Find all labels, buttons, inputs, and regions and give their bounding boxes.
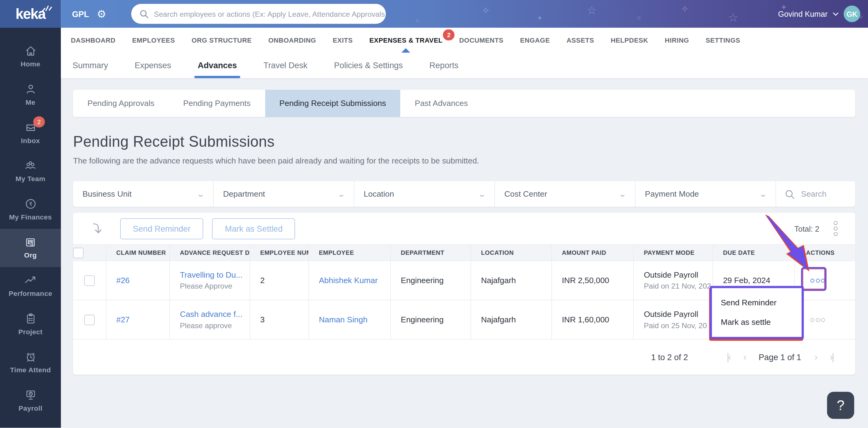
advance-request-cell: Travelling to Du... Please Approve (170, 261, 250, 300)
last-page-icon[interactable]: ›| (830, 351, 833, 363)
gear-icon[interactable]: ⚙ (97, 8, 106, 20)
context-menu-mark-as-settle[interactable]: Mark as settle (721, 317, 802, 326)
tab-past-advances[interactable]: Past Advances (401, 90, 483, 117)
download-arrow-icon[interactable] (92, 223, 103, 235)
filter-department[interactable]: Department⌄ (214, 181, 354, 207)
header-actions[interactable]: ACTIONS (795, 245, 855, 261)
table-search-input[interactable] (800, 189, 868, 199)
inbox-badge: 2 (33, 116, 45, 127)
row-checkbox[interactable] (84, 314, 95, 325)
header-employee[interactable]: EMPLOYEE (309, 245, 391, 261)
prev-page-icon[interactable]: ‹ (743, 351, 745, 363)
filter-label: Business Unit (83, 190, 131, 198)
advance-request-link[interactable]: Cash advance f... (180, 310, 250, 318)
nav-settings[interactable]: SETTINGS (706, 36, 740, 44)
header-advance-request[interactable]: ADVANCE REQUEST DE (170, 245, 250, 261)
sidebar-item-my-finances[interactable]: ₹ My Finances (0, 191, 61, 229)
sidebar-item-payroll[interactable]: ₹ Payroll (0, 382, 61, 420)
confetti-decoration: ○ (637, 13, 641, 22)
next-page-icon[interactable]: › (814, 351, 816, 363)
filter-location[interactable]: Location⌄ (354, 181, 495, 207)
nav-employees[interactable]: EMPLOYEES (132, 36, 175, 44)
sidebar-item-time-attend[interactable]: Time Attend (0, 344, 61, 382)
subnav-advances[interactable]: Advances (198, 53, 237, 78)
subnav-policies-settings[interactable]: Policies & Settings (334, 53, 403, 78)
row-checkbox[interactable] (84, 275, 95, 286)
advance-request-link[interactable]: Travelling to Du... (180, 270, 250, 279)
chevron-down-icon: ⌄ (478, 190, 486, 198)
table-toolbar: Send Reminder Mark as Settled Total: 2 (73, 213, 855, 245)
first-page-icon[interactable]: |‹ (726, 351, 730, 363)
subnav-reports[interactable]: Reports (429, 53, 459, 78)
sidebar-item-home[interactable]: Home (0, 38, 61, 76)
sidebar-item-inbox[interactable]: 2 Inbox (0, 114, 61, 152)
nav-exits[interactable]: EXITS (333, 36, 353, 44)
keka-logo[interactable]: keka (0, 0, 61, 28)
subnav-travel-desk[interactable]: Travel Desk (264, 53, 308, 78)
header-location[interactable]: LOCATION (471, 245, 552, 261)
nav-engage[interactable]: ENGAGE (520, 36, 550, 44)
global-search (131, 4, 385, 24)
tab-pending-approvals[interactable]: Pending Approvals (73, 90, 169, 117)
actions-cell (795, 261, 855, 300)
employee-link[interactable]: Abhishek Kumar (319, 276, 390, 285)
filter-business-unit[interactable]: Business Unit⌄ (73, 181, 214, 207)
expenses-badge: 2 (443, 29, 455, 40)
nav-documents[interactable]: DOCUMENTS (459, 36, 504, 44)
subnav-expenses[interactable]: Expenses (135, 53, 171, 78)
table-options-kebab-icon[interactable] (834, 221, 838, 236)
sidebar-item-label: My Finances (9, 213, 52, 221)
claim-number-link[interactable]: #26 (116, 276, 169, 285)
context-menu-send-reminder[interactable]: Send Reminder (721, 298, 802, 307)
home-icon (24, 45, 37, 57)
user-name: Govind Kumar (778, 9, 828, 18)
row-actions-context-menu: Send Reminder Mark as settle (710, 286, 804, 339)
monitor-rupee-icon: ₹ (24, 389, 37, 401)
header-employee-number[interactable]: EMPLOYEE NUMBE (250, 245, 309, 261)
header-due-date[interactable]: DUE DATE (713, 245, 795, 261)
tab-pending-payments[interactable]: Pending Payments (169, 90, 265, 117)
sidebar-item-org[interactable]: Org (0, 229, 61, 267)
nav-expenses-travel[interactable]: EXPENSES & TRAVEL 2 (369, 36, 442, 44)
mark-as-settled-button[interactable]: Mark as Settled (212, 218, 295, 239)
header-amount-paid[interactable]: AMOUNT PAID (552, 245, 634, 261)
filter-cost-center[interactable]: Cost Center⌄ (495, 181, 636, 207)
row-actions-menu-icon[interactable] (810, 318, 855, 322)
tab-pending-receipt-submissions[interactable]: Pending Receipt Submissions (265, 90, 400, 117)
sidebar-item-me[interactable]: Me (0, 76, 61, 114)
nav-onboarding[interactable]: ONBOARDING (268, 36, 316, 44)
sidebar-item-performance[interactable]: Performance (0, 267, 61, 305)
nav-org-structure[interactable]: ORG STRUCTURE (192, 36, 252, 44)
sidebar-item-project[interactable]: Project (0, 305, 61, 344)
confetti-decoration: ✧ (482, 5, 490, 17)
send-reminder-button[interactable]: Send Reminder (120, 218, 203, 239)
header-claim-number[interactable]: CLAIM NUMBER (106, 245, 170, 261)
claim-number-link[interactable]: #27 (116, 315, 169, 324)
svg-text:₹: ₹ (30, 392, 31, 395)
sidebar-item-my-team[interactable]: My Team (0, 152, 61, 191)
sidebar-item-label: Payroll (19, 405, 42, 412)
rupee-circle-icon: ₹ (24, 198, 37, 210)
nav-dashboard[interactable]: DASHBOARD (71, 36, 116, 44)
employee-link[interactable]: Naman Singh (319, 315, 390, 324)
org-code-label[interactable]: GPL (72, 9, 89, 19)
global-search-input[interactable] (153, 9, 385, 19)
help-button[interactable]: ? (827, 392, 854, 419)
employee-number-cell: 2 (250, 261, 309, 300)
nav-assets[interactable]: ASSETS (567, 36, 594, 44)
user-area[interactable]: Govind Kumar GK (778, 0, 860, 28)
header-payment-mode[interactable]: PAYMENT MODE (634, 245, 713, 261)
avatar[interactable]: GK (844, 5, 860, 22)
table-header-row: CLAIM NUMBER ADVANCE REQUEST DE EMPLOYEE… (73, 245, 855, 261)
filter-label: Payment Mode (645, 190, 699, 198)
select-all-checkbox[interactable] (73, 248, 84, 258)
nav-hiring[interactable]: HIRING (665, 36, 689, 44)
subnav-summary[interactable]: Summary (72, 53, 108, 78)
filter-payment-mode[interactable]: Payment Mode⌄ (636, 181, 776, 207)
row-actions-menu-icon[interactable] (810, 279, 855, 283)
payment-mode-value: Outside Payroll (644, 270, 713, 279)
employee-number-cell: 3 (250, 301, 309, 340)
header-department[interactable]: DEPARTMENT (391, 245, 471, 261)
sub-nav: Summary Expenses Advances Travel Desk Po… (61, 53, 868, 78)
nav-helpdesk[interactable]: HELPDESK (611, 36, 648, 44)
